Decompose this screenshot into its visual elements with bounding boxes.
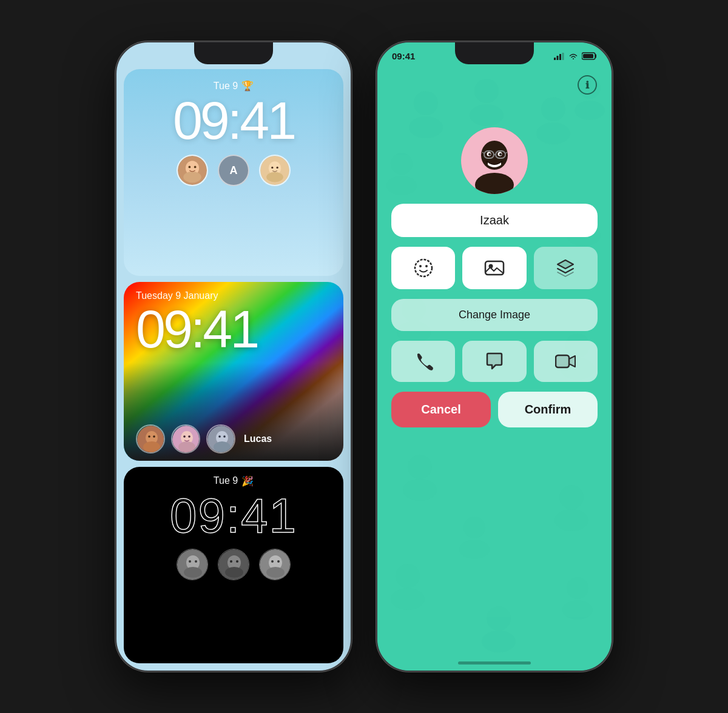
svg-point-18 xyxy=(183,435,186,438)
widget3-time: 09:41 xyxy=(170,492,297,540)
svg-point-9 xyxy=(276,167,278,169)
svg-point-86 xyxy=(415,259,432,276)
avatar-w2-1 xyxy=(136,424,165,454)
avatar-w3-1 xyxy=(177,549,208,580)
emoji-icon xyxy=(413,258,434,278)
cancel-button[interactable]: Cancel xyxy=(391,392,491,427)
notch-left xyxy=(194,42,273,64)
svg-point-57 xyxy=(403,479,437,501)
svg-point-17 xyxy=(178,441,195,452)
emoji-button[interactable] xyxy=(391,247,455,289)
message-button[interactable] xyxy=(462,341,526,382)
svg-point-59 xyxy=(554,509,588,531)
svg-point-28 xyxy=(189,560,191,563)
svg-point-8 xyxy=(271,167,273,169)
avatar-w3-3 xyxy=(259,549,291,580)
battery-icon xyxy=(582,52,597,60)
svg-point-7 xyxy=(266,172,283,182)
change-image-button[interactable]: Change Image xyxy=(391,299,598,331)
svg-point-33 xyxy=(230,560,232,563)
svg-point-4 xyxy=(194,166,197,169)
notch-right xyxy=(455,42,534,64)
svg-point-43 xyxy=(470,104,504,126)
svg-rect-89 xyxy=(485,261,504,275)
svg-point-42 xyxy=(474,79,499,103)
widget2-time: 09:41 xyxy=(136,303,331,356)
svg-point-32 xyxy=(225,567,243,578)
avatar-w2-3 xyxy=(206,424,235,454)
right-phone: 09:41 xyxy=(376,41,613,672)
video-button[interactable] xyxy=(534,341,598,382)
call-button[interactable] xyxy=(391,341,455,382)
svg-point-27 xyxy=(184,567,202,578)
status-icons xyxy=(554,52,597,60)
svg-point-39 xyxy=(277,560,280,563)
bottom-buttons: Cancel Confirm xyxy=(391,392,598,427)
video-icon xyxy=(555,353,576,370)
svg-point-78 xyxy=(488,153,491,156)
svg-rect-91 xyxy=(556,355,569,367)
status-time: 09:41 xyxy=(392,51,415,61)
widget3-date: Tue 9 🎉 xyxy=(214,475,254,487)
svg-point-63 xyxy=(391,588,425,610)
svg-point-61 xyxy=(459,540,490,559)
svg-rect-71 xyxy=(562,53,564,60)
svg-rect-70 xyxy=(559,54,561,60)
right-phone-inner: 09:41 xyxy=(377,42,612,671)
widget1-avatars: A xyxy=(177,155,291,186)
svg-point-22 xyxy=(214,441,231,452)
svg-point-62 xyxy=(396,564,420,588)
wifi-icon xyxy=(568,53,578,60)
svg-point-87 xyxy=(419,265,422,267)
svg-point-34 xyxy=(236,560,238,563)
phone-icon xyxy=(414,352,433,371)
svg-point-60 xyxy=(463,517,485,538)
avatar-letter: A xyxy=(218,155,249,186)
widget-clock-black: Tue 9 🎉 09:41 xyxy=(124,467,343,663)
photo-icon xyxy=(484,258,505,278)
svg-point-65 xyxy=(562,600,593,620)
svg-point-67 xyxy=(482,631,516,652)
info-button[interactable]: ℹ xyxy=(578,75,597,95)
svg-point-3 xyxy=(189,166,191,169)
contact-actions-row xyxy=(391,341,598,382)
widget-clock-blue: Tue 9 🏆 09:41 xyxy=(124,69,343,276)
widget2-avatars: Lucas xyxy=(136,424,331,454)
svg-rect-73 xyxy=(583,54,593,58)
confirm-button[interactable]: Confirm xyxy=(498,392,598,427)
svg-point-58 xyxy=(559,485,584,509)
home-indicator xyxy=(458,661,531,664)
layers-icon xyxy=(555,258,576,278)
svg-point-79 xyxy=(499,153,502,156)
svg-point-23 xyxy=(218,435,221,438)
layers-button[interactable] xyxy=(534,247,598,289)
svg-point-29 xyxy=(195,560,197,563)
svg-rect-68 xyxy=(554,58,556,60)
svg-point-13 xyxy=(148,435,150,438)
left-phone-content: Tue 9 🏆 09:41 xyxy=(124,69,343,663)
svg-point-40 xyxy=(414,91,438,115)
widget-clock-rainbow: Tuesday 9 January 09:41 xyxy=(124,282,343,460)
svg-point-66 xyxy=(487,606,511,631)
svg-point-47 xyxy=(575,101,605,120)
widget3-avatars xyxy=(177,549,291,580)
svg-point-19 xyxy=(188,435,190,438)
widget2-avatar-name: Lucas xyxy=(244,433,272,444)
widget1-time: 09:41 xyxy=(173,94,294,147)
profile-avatar-image xyxy=(461,127,528,194)
widget2-content: Tuesday 9 January 09:41 xyxy=(124,282,343,460)
avatar-1 xyxy=(177,155,208,186)
svg-point-44 xyxy=(541,97,565,121)
signal-icon xyxy=(554,53,565,60)
name-field[interactable]: Izaak xyxy=(391,204,598,237)
svg-point-37 xyxy=(266,567,285,578)
svg-point-2 xyxy=(183,172,201,182)
left-phone: Tue 9 🏆 09:41 xyxy=(115,41,352,672)
svg-point-56 xyxy=(408,455,432,479)
photo-library-button[interactable] xyxy=(462,247,526,289)
message-icon xyxy=(485,352,504,371)
svg-point-64 xyxy=(567,577,588,599)
svg-point-12 xyxy=(143,441,160,452)
image-options-row xyxy=(391,247,598,289)
profile-section: Izaak xyxy=(391,127,598,427)
